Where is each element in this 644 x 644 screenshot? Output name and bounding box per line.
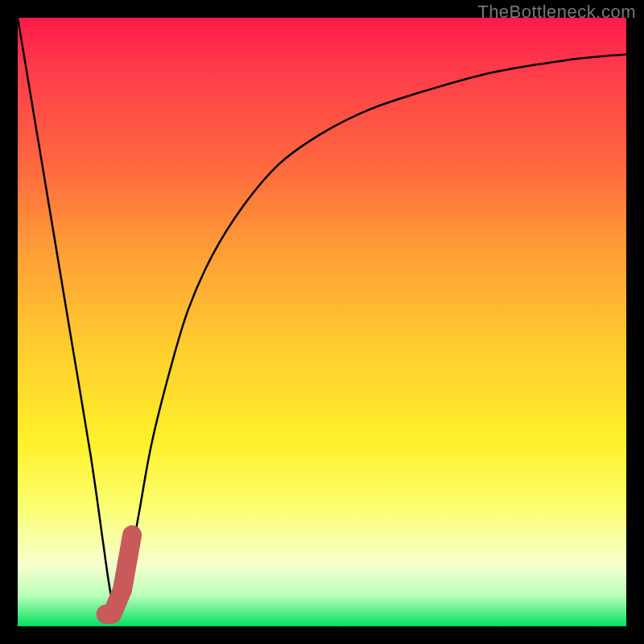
bottleneck-curve [18,18,626,616]
watermark-text: TheBottleneck.com [477,2,636,23]
highlight-marker [106,535,133,614]
chart-plot-area [18,18,626,626]
chart-svg [18,18,626,626]
chart-frame: TheBottleneck.com [0,0,644,644]
